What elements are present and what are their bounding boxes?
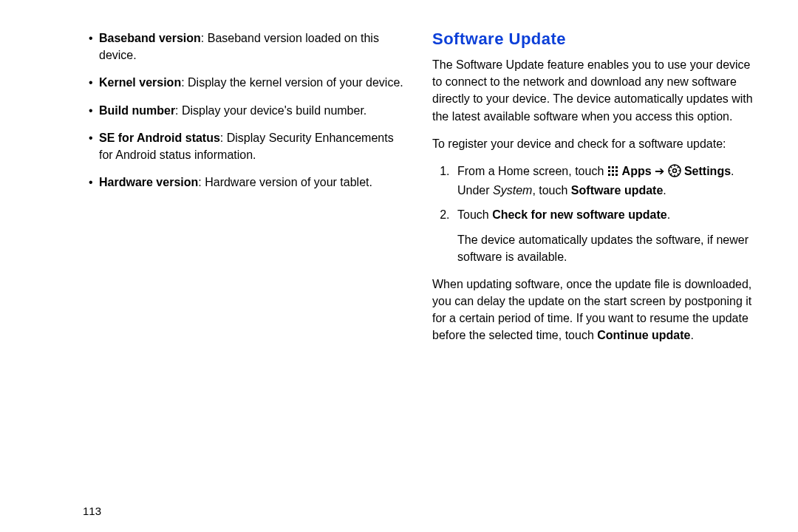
svg-point-10 <box>672 168 676 172</box>
settings-gear-icon <box>668 164 681 182</box>
step-item: From a Home screen, touch Apps ➔ <box>453 163 754 199</box>
svg-rect-8 <box>615 174 618 176</box>
list-item: Baseband version: Baseband version loade… <box>89 30 410 64</box>
step-item: Touch Check for new software update. The… <box>453 206 754 265</box>
step-paragraph: The device automatically updates the sof… <box>457 231 754 265</box>
para-text: . <box>690 329 693 341</box>
svg-rect-2 <box>615 166 618 168</box>
term: Hardware version <box>99 176 198 188</box>
settings-label: Settings <box>681 165 732 177</box>
step-text: , touch <box>532 184 570 197</box>
term: Baseband version <box>99 32 201 44</box>
svg-line-18 <box>677 166 678 168</box>
step-list: From a Home screen, touch Apps ➔ <box>432 163 754 265</box>
arrow: ➔ <box>652 165 668 177</box>
apps-grid-icon <box>607 165 619 182</box>
paragraph: When updating software, once the update … <box>432 276 754 344</box>
step-text: From a Home screen, touch <box>457 165 607 177</box>
check-update-label: Check for new software update <box>492 208 667 221</box>
desc: : Display the kernel version of your dev… <box>181 76 403 89</box>
right-column: Software Update The Software Update feat… <box>425 30 768 517</box>
step-text: . <box>663 184 666 197</box>
desc: : Display your device's build number. <box>175 104 366 117</box>
svg-rect-7 <box>612 174 614 176</box>
desc: : Hardware version of your tablet. <box>198 176 372 188</box>
svg-rect-4 <box>612 170 614 172</box>
paragraph: The Software Update feature enables you … <box>432 56 754 125</box>
list-item: Hardware version: Hardware version of yo… <box>89 174 410 191</box>
left-column: Baseband version: Baseband version loade… <box>30 30 425 517</box>
paragraph: To register your device and check for a … <box>432 135 754 152</box>
step-text: . <box>667 208 670 221</box>
list-item: Build number: Display your device's buil… <box>89 102 410 119</box>
svg-line-17 <box>670 174 672 175</box>
svg-line-16 <box>677 174 678 175</box>
continue-update-label: Continue update <box>597 329 690 341</box>
page-number: 113 <box>83 505 101 517</box>
svg-rect-5 <box>615 170 618 172</box>
svg-rect-0 <box>608 166 610 168</box>
term: Build number <box>99 104 175 117</box>
list-item: Kernel version: Display the kernel versi… <box>89 74 410 91</box>
svg-rect-1 <box>612 166 614 168</box>
step-text: Touch <box>457 208 492 221</box>
svg-rect-6 <box>608 174 610 176</box>
apps-label: Apps <box>619 165 652 177</box>
definition-list: Baseband version: Baseband version loade… <box>89 30 410 191</box>
software-update-label: Software update <box>571 184 663 197</box>
svg-line-15 <box>670 166 672 168</box>
system-label: System <box>493 184 532 197</box>
term: SE for Android status <box>99 132 220 144</box>
term: Kernel version <box>99 76 181 89</box>
document-page: Baseband version: Baseband version loade… <box>0 0 798 532</box>
section-heading: Software Update <box>432 30 754 49</box>
list-item: SE for Android status: Display Security … <box>89 129 410 163</box>
svg-rect-3 <box>608 170 610 172</box>
para-text: When updating software, once the update … <box>432 278 751 342</box>
